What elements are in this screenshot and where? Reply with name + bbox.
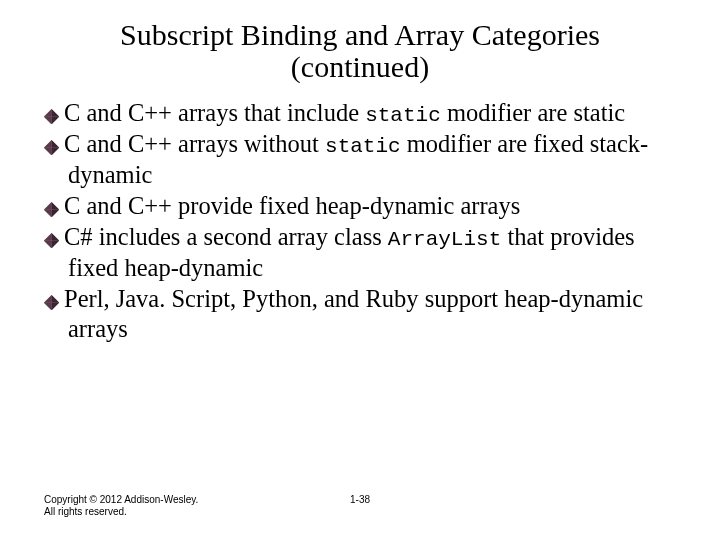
list-item: C and C++ provide fixed heap-dynamic arr…: [44, 191, 676, 222]
slide: Subscript Binding and Array Categories (…: [0, 0, 720, 540]
copyright-text: Copyright © 2012 Addison-Wesley. All rig…: [44, 494, 204, 518]
bullet-text-pre: Perl, Java. Script, Python, and Ruby sup…: [64, 285, 643, 342]
slide-title-line2: (continued): [30, 50, 690, 84]
bullet-text-post: modifier are static: [441, 99, 625, 126]
list-item: C# includes a second array class ArrayLi…: [44, 222, 676, 282]
bullet-list: C and C++ arrays that include static mod…: [44, 98, 676, 345]
list-item: C and C++ arrays that include static mod…: [44, 98, 676, 129]
diamond-bullet-icon: [44, 109, 64, 124]
bullet-code: static: [325, 135, 401, 158]
page-number: 1-38: [350, 494, 370, 505]
diamond-bullet-icon: [44, 295, 64, 310]
bullet-code: static: [365, 104, 441, 127]
bullet-code: ArrayList: [388, 228, 501, 251]
footer: Copyright © 2012 Addison-Wesley. All rig…: [44, 494, 676, 518]
bullet-text-pre: C and C++ provide fixed heap-dynamic arr…: [64, 192, 520, 219]
bullet-text-pre: C# includes a second array class: [64, 223, 388, 250]
bullet-text-pre: C and C++ arrays without: [64, 130, 325, 157]
diamond-bullet-icon: [44, 140, 64, 155]
bullet-text-pre: C and C++ arrays that include: [64, 99, 365, 126]
diamond-bullet-icon: [44, 233, 64, 248]
list-item: C and C++ arrays without static modifier…: [44, 129, 676, 189]
diamond-bullet-icon: [44, 202, 64, 217]
list-item: Perl, Java. Script, Python, and Ruby sup…: [44, 284, 676, 344]
body: C and C++ arrays that include static mod…: [30, 98, 690, 345]
